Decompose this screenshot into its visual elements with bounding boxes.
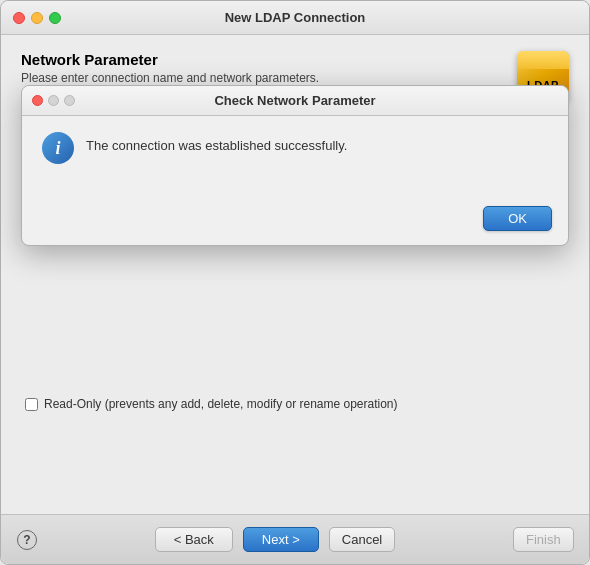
bottom-bar: ? < Back Next > Cancel Finish xyxy=(1,514,589,564)
bottom-right: Finish xyxy=(513,527,573,552)
content-area: Network Parameter Please enter connectio… xyxy=(1,35,589,514)
info-icon: i xyxy=(42,132,74,164)
section-title: Network Parameter xyxy=(21,51,319,68)
back-button[interactable]: < Back xyxy=(155,527,233,552)
close-button[interactable] xyxy=(13,12,25,24)
title-bar: New LDAP Connection xyxy=(1,1,589,35)
readonly-checkbox[interactable] xyxy=(25,398,38,411)
overlay-content: i The connection was established success… xyxy=(22,116,568,196)
overlay-close-button[interactable] xyxy=(32,95,43,106)
overlay-minimize-button xyxy=(48,95,59,106)
section-description: Please enter connection name and network… xyxy=(21,71,319,85)
overlay-title-text: Check Network Parameter xyxy=(214,93,375,108)
readonly-label: Read-Only (prevents any add, delete, mod… xyxy=(44,397,398,411)
bottom-center: < Back Next > Cancel xyxy=(155,527,396,552)
bottom-left: ? xyxy=(17,530,37,550)
cancel-button[interactable]: Cancel xyxy=(329,527,395,552)
help-button[interactable]: ? xyxy=(17,530,37,550)
window-title: New LDAP Connection xyxy=(225,10,366,25)
overlay-maximize-button xyxy=(64,95,75,106)
overlay-title-bar: Check Network Parameter xyxy=(22,86,568,116)
traffic-lights xyxy=(13,12,61,24)
ok-button[interactable]: OK xyxy=(483,206,552,231)
minimize-button[interactable] xyxy=(31,12,43,24)
overlay-footer: OK xyxy=(22,196,568,245)
main-window: New LDAP Connection Network Parameter Pl… xyxy=(0,0,590,565)
maximize-button[interactable] xyxy=(49,12,61,24)
header-text: Network Parameter Please enter connectio… xyxy=(21,51,319,85)
overlay-message: The connection was established successfu… xyxy=(86,132,347,153)
checkbox-area: Read-Only (prevents any add, delete, mod… xyxy=(21,397,569,411)
check-network-dialog: Check Network Parameter i The connection… xyxy=(21,85,569,246)
next-button[interactable]: Next > xyxy=(243,527,319,552)
overlay-traffic-lights xyxy=(32,95,75,106)
finish-button[interactable]: Finish xyxy=(513,527,574,552)
